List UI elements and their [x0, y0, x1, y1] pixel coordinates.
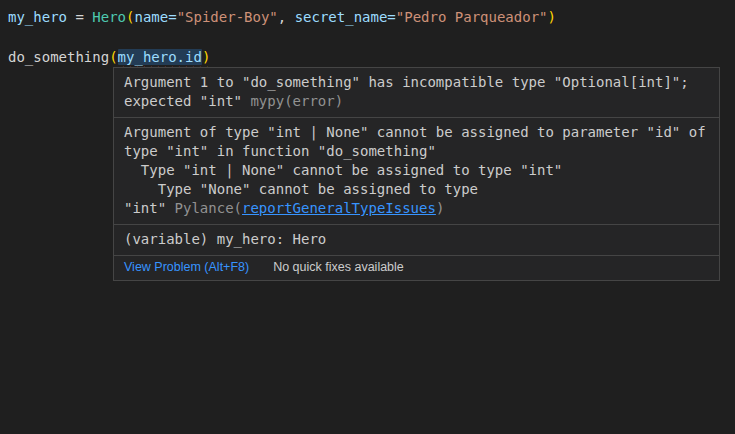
- pylance-line-4: Type "None" cannot be assigned to type: [124, 180, 709, 199]
- code-line-1[interactable]: my_hero = Hero(name="Spider-Boy", secret…: [8, 7, 735, 27]
- pylance-error-section: Argument of type "int | None" cannot be …: [114, 118, 719, 224]
- code-editor[interactable]: my_hero = Hero(name="Spider-Boy", secret…: [0, 0, 735, 67]
- mypy-error-section: Argument 1 to "do_something" has incompa…: [114, 68, 719, 117]
- token-variable-my-hero: my_hero: [8, 9, 67, 25]
- token-kwarg-secret-name: secret_name=: [295, 9, 396, 25]
- token-string-spider-boy: "Spider-Boy": [177, 9, 278, 25]
- pylance-message-end: "int": [124, 200, 175, 216]
- token-string-pedro: "Pedro Parqueador": [396, 9, 548, 25]
- token-error-argument-my-hero-id[interactable]: my_hero.id: [118, 49, 202, 65]
- token-function-do-something: do_something: [8, 49, 109, 65]
- variable-info-section: (variable) my_hero: Hero: [114, 225, 719, 255]
- mypy-error-line-1: Argument 1 to "do_something" has incompa…: [124, 73, 709, 92]
- quick-fix-status-text: No quick fixes available: [273, 260, 404, 275]
- token-assign-operator: =: [67, 9, 92, 25]
- pylance-line-3: Type "int | None" cannot be assigned to …: [124, 161, 709, 180]
- pylance-line-1: Argument of type "int | None" cannot be …: [124, 123, 709, 142]
- token-comma: ,: [278, 9, 295, 25]
- pylance-rule-link[interactable]: reportGeneralTypeIssues: [242, 200, 436, 216]
- mypy-error-message: expected "int": [124, 93, 250, 109]
- token-kwarg-name: name=: [134, 9, 176, 25]
- variable-type-info: (variable) my_hero: Hero: [124, 230, 709, 249]
- pylance-line-2: type "int" in function "do_something": [124, 142, 709, 161]
- token-close-paren: ): [548, 9, 556, 25]
- token-open-paren-2: (: [109, 49, 117, 65]
- hover-status-bar: View Problem (Alt+F8) No quick fixes ava…: [114, 256, 719, 280]
- pylance-source-prefix: Pylance(: [175, 200, 242, 216]
- pylance-line-5: "int" Pylance(reportGeneralTypeIssues): [124, 199, 709, 218]
- pylance-source-suffix: ): [436, 200, 444, 216]
- mypy-error-source: mypy(error): [250, 93, 343, 109]
- mypy-error-line-2: expected "int" mypy(error): [124, 92, 709, 111]
- token-close-paren-2: ): [202, 49, 210, 65]
- hover-diagnostics-tooltip: Argument 1 to "do_something" has incompa…: [113, 67, 720, 281]
- code-line-2-blank[interactable]: [8, 27, 735, 47]
- code-line-3[interactable]: do_something(my_hero.id): [8, 47, 735, 67]
- view-problem-link[interactable]: View Problem (Alt+F8): [124, 260, 249, 275]
- token-class-hero: Hero: [92, 9, 126, 25]
